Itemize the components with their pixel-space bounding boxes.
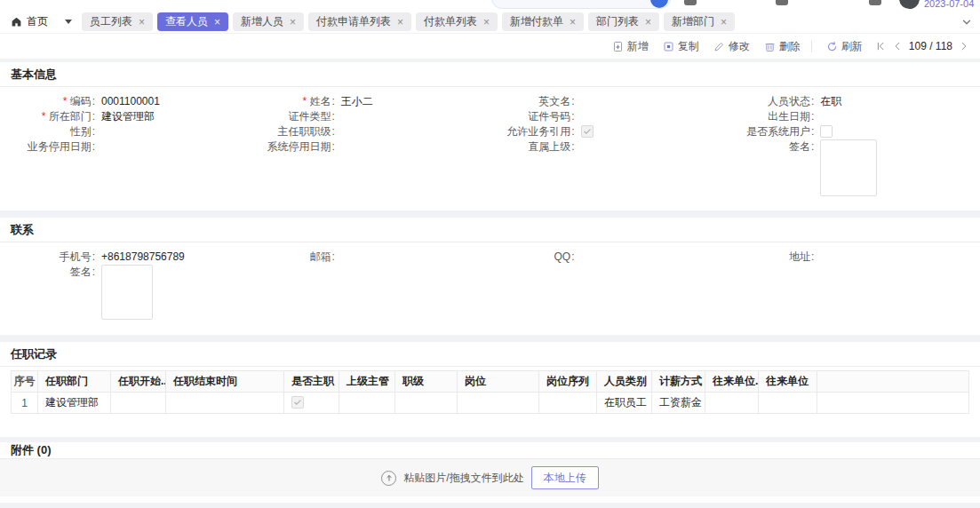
field-english-name: 英文名 — [490, 94, 730, 109]
tab-payment-request-list[interactable]: 付款申请单列表 × — [308, 12, 411, 31]
col-department: 任职部门 — [38, 371, 111, 393]
field-address: 地址 — [729, 250, 969, 265]
delete-button-label: 删除 — [779, 39, 801, 54]
tab-close-icon[interactable]: × — [721, 17, 727, 28]
tabs-overflow-chevron-icon[interactable] — [960, 16, 973, 28]
copy-button[interactable]: 复制 — [663, 39, 699, 54]
header-icon[interactable] — [684, 0, 697, 5]
col-start: 任职开始... — [111, 371, 166, 393]
tab-view-person[interactable]: 查看人员 × — [157, 12, 228, 31]
cell-seq: 1 — [12, 393, 38, 414]
tab-label: 员工列表 — [90, 14, 132, 29]
record-pager: 109 / 118 — [875, 40, 969, 52]
field-mobile: 手机号 +8618798756789 — [11, 250, 251, 265]
tab-bar: 首页 员工列表 × 查看人员 × 新增人员 × 付款申请单列表 × 付款单列表 … — [0, 11, 980, 34]
modify-button[interactable]: 修改 — [713, 39, 750, 54]
table-header-row: 序号 任职部门 任职开始... 任职结束时间 是否主职 上级主管 职级 岗位 岗… — [12, 371, 969, 393]
tab-department-list[interactable]: 部门列表 × — [588, 12, 659, 31]
tab-employee-list[interactable]: 员工列表 × — [82, 12, 153, 31]
tab-close-icon[interactable]: × — [397, 17, 403, 28]
tab-close-icon[interactable]: × — [214, 17, 220, 28]
header-icon[interactable] — [776, 0, 788, 5]
toolbar-divider — [811, 41, 812, 52]
col-is-primary: 是否主职 — [284, 371, 339, 393]
field-email: 邮箱 — [251, 250, 490, 265]
tab-close-icon[interactable]: × — [139, 17, 145, 28]
header-icon[interactable] — [869, 0, 881, 5]
cell-rank — [395, 393, 458, 414]
col-person-type: 人员类别 — [597, 371, 652, 393]
signature-box — [101, 265, 153, 320]
tab-close-icon[interactable]: × — [570, 17, 576, 28]
tab-label: 部门列表 — [596, 14, 639, 29]
tab-new-department[interactable]: 新增部门 × — [664, 12, 735, 31]
col-blank — [817, 371, 969, 393]
field-system-disable-date: 系统停用日期 — [251, 139, 490, 196]
tab-home-label: 首页 — [27, 14, 48, 29]
tab-new-payment[interactable]: 新增付款单 × — [502, 12, 584, 31]
col-post: 岗位 — [458, 371, 539, 393]
tab-new-person[interactable]: 新增人员 × — [233, 12, 304, 31]
col-counterpart-b: 往来单位 — [759, 371, 817, 393]
col-end: 任职结束时间 — [166, 371, 284, 393]
section-title: 联系 — [0, 218, 980, 242]
cell-person-type: 在职员工 — [597, 393, 652, 414]
col-rank: 职级 — [395, 371, 458, 393]
table-row[interactable]: 1 建设管理部 在职员工 — [12, 393, 969, 414]
section-title: 任职记录 — [0, 342, 980, 367]
new-button[interactable]: 新增 — [612, 39, 649, 54]
tab-close-icon[interactable]: × — [290, 17, 296, 28]
user-avatar[interactable] — [899, 0, 920, 9]
field-is-system-user: 是否系统用户 — [729, 124, 969, 139]
col-pay-method: 计薪方式 — [652, 371, 705, 393]
delete-button[interactable]: 删除 — [764, 39, 801, 54]
field-allow-business-ref: 允许业务引用 — [490, 124, 730, 139]
new-doc-icon — [612, 41, 624, 52]
upload-arrow-icon — [381, 471, 396, 486]
field-id-number: 证件号码 — [490, 109, 730, 124]
section-employment: 任职记录 序号 任职部门 任职开始... 任职结束时间 是否主职 上 — [0, 342, 980, 437]
employment-table: 序号 任职部门 任职开始... 任职结束时间 是否主职 上级主管 职级 岗位 岗… — [11, 370, 969, 414]
section-attachments: 附件 (0) 粘贴图片/拖拽文件到此处 本地上传 — [0, 442, 980, 503]
upload-hint: 粘贴图片/拖拽文件到此处 — [403, 471, 523, 486]
contact-grid: 手机号 +8618798756789 邮箱 QQ 地址 签名 — [0, 242, 980, 335]
field-qq: QQ — [490, 250, 730, 265]
field-person-status: 人员状态 在职 — [729, 94, 969, 109]
tab-label: 新增付款单 — [510, 14, 563, 29]
copy-button-label: 复制 — [678, 39, 699, 54]
tab-label: 查看人员 — [165, 14, 208, 29]
tab-home[interactable]: 首页 — [7, 12, 77, 32]
cell-counterpart-b — [759, 393, 817, 414]
cell-end — [166, 393, 284, 414]
top-header: 2023-07-04 — [0, 0, 980, 11]
field-name: 姓名 王小二 — [251, 94, 490, 109]
modify-button-label: 修改 — [729, 39, 750, 54]
field-code: 编码 0001100001 — [11, 94, 251, 109]
tab-label: 新增部门 — [672, 14, 714, 29]
is-system-user-checkbox[interactable] — [820, 125, 833, 138]
field-birth-date: 出生日期 — [729, 109, 969, 124]
first-page-icon[interactable] — [875, 41, 886, 52]
col-post-series: 岗位序列 — [539, 371, 597, 393]
app-screen: 2023-07-04 首页 员工列表 × 查看人员 × 新增人员 × 付款申请单… — [0, 0, 980, 508]
global-search-input[interactable] — [491, 0, 671, 9]
upload-dropzone[interactable]: 粘贴图片/拖拽文件到此处 本地上传 — [0, 459, 980, 496]
tab-close-icon[interactable]: × — [645, 17, 651, 28]
cell-post — [458, 393, 539, 414]
field-business-disable-date: 业务停用日期 — [11, 139, 251, 196]
page-indicator: 109 / 118 — [909, 40, 952, 52]
local-upload-button[interactable]: 本地上传 — [531, 466, 599, 489]
prev-record-icon[interactable] — [892, 41, 903, 52]
basic-info-grid: 编码 0001100001 姓名 王小二 英文名 人员状态 在职 所在部门 建设… — [0, 87, 980, 210]
header-date: 2023-07-04 — [924, 0, 974, 9]
record-toolbar: 新增 复制 修改 删除 刷新 — [0, 34, 980, 59]
field-id-type: 证件类型 — [251, 109, 490, 124]
search-button[interactable] — [650, 0, 668, 8]
refresh-button[interactable]: 刷新 — [826, 39, 863, 54]
tab-close-icon[interactable]: × — [483, 17, 490, 28]
tab-payment-list[interactable]: 付款单列表 × — [416, 12, 498, 31]
next-record-icon[interactable] — [959, 41, 969, 52]
allow-business-ref-checkbox — [581, 125, 594, 138]
home-tab-caret-icon[interactable] — [65, 20, 72, 24]
cell-is-primary — [284, 393, 339, 414]
